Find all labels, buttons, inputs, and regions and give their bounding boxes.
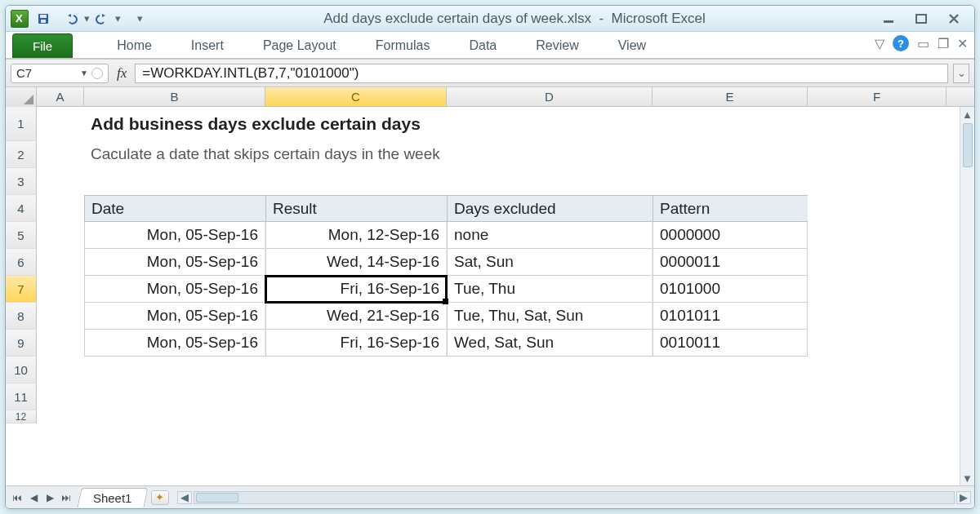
cell-C10[interactable] bbox=[265, 357, 447, 383]
cell-A10[interactable] bbox=[37, 357, 84, 383]
cell-C5[interactable]: Mon, 12-Sep-16 bbox=[265, 222, 447, 249]
redo-dropdown[interactable]: ▾ bbox=[114, 10, 122, 28]
cell-E7[interactable]: 0101000 bbox=[653, 276, 808, 303]
scroll-right-icon[interactable]: ▶ bbox=[956, 491, 971, 504]
cell-D11[interactable] bbox=[447, 383, 653, 410]
hscroll-thumb[interactable] bbox=[196, 493, 238, 503]
cell-F4[interactable] bbox=[808, 195, 947, 222]
hscroll-track[interactable] bbox=[194, 491, 955, 504]
vertical-scrollbar[interactable]: ▲ ▼ bbox=[960, 107, 974, 485]
row-header-1[interactable]: 1 bbox=[6, 107, 37, 141]
cell-C12[interactable] bbox=[265, 410, 447, 423]
cell-C6[interactable]: Wed, 14-Sep-16 bbox=[265, 249, 447, 276]
cell-B8[interactable]: Mon, 05-Sep-16 bbox=[84, 303, 265, 330]
row-header-6[interactable]: 6 bbox=[6, 249, 37, 276]
cell-B11[interactable] bbox=[84, 383, 265, 410]
cell-E3[interactable] bbox=[653, 168, 808, 195]
cell-D5[interactable]: none bbox=[447, 222, 653, 249]
cell-F11[interactable] bbox=[808, 383, 947, 410]
row-header-2[interactable]: 2 bbox=[6, 141, 37, 168]
cell-E11[interactable] bbox=[653, 383, 808, 410]
cell-D2[interactable] bbox=[447, 141, 653, 168]
row-header-3[interactable]: 3 bbox=[6, 168, 37, 195]
row-header-8[interactable]: 8 bbox=[6, 303, 37, 330]
cell-A7[interactable] bbox=[37, 276, 84, 303]
sheet-nav-next-icon[interactable]: ▶ bbox=[42, 490, 58, 505]
close-button[interactable] bbox=[945, 11, 963, 26]
cell-D12[interactable] bbox=[447, 410, 653, 423]
cell-A3[interactable] bbox=[37, 168, 84, 195]
tab-data[interactable]: Data bbox=[449, 33, 516, 58]
cell-E2[interactable] bbox=[653, 141, 808, 168]
new-sheet-button[interactable]: ✦ bbox=[151, 490, 169, 505]
cell-B3[interactable] bbox=[84, 168, 265, 195]
workbook-restore-icon[interactable]: ❐ bbox=[938, 36, 949, 51]
cell-D7[interactable]: Tue, Thu bbox=[447, 276, 653, 303]
save-button[interactable] bbox=[33, 10, 53, 28]
tab-pagelayout[interactable]: Page Layout bbox=[243, 33, 356, 58]
tab-review[interactable]: Review bbox=[516, 33, 598, 58]
name-box[interactable]: C7 ▼ bbox=[11, 64, 109, 83]
scroll-up-icon[interactable]: ▲ bbox=[960, 107, 974, 122]
file-tab[interactable]: File bbox=[12, 33, 73, 58]
cell-B7[interactable]: Mon, 05-Sep-16 bbox=[84, 276, 265, 303]
cell-F8[interactable] bbox=[808, 303, 947, 330]
cell-B9[interactable]: Mon, 05-Sep-16 bbox=[84, 330, 265, 357]
cell-B10[interactable] bbox=[84, 357, 265, 383]
cell-D9[interactable]: Wed, Sat, Sun bbox=[447, 330, 653, 357]
cell-A5[interactable] bbox=[37, 222, 84, 249]
scroll-left-icon[interactable]: ◀ bbox=[177, 491, 192, 504]
col-header-E[interactable]: E bbox=[653, 87, 808, 106]
cell-D10[interactable] bbox=[447, 357, 653, 383]
formula-bar[interactable]: =WORKDAY.INTL(B7,7,"0101000") bbox=[135, 64, 948, 83]
col-header-D[interactable]: D bbox=[447, 87, 653, 106]
cell-E5[interactable]: 0000000 bbox=[653, 222, 808, 249]
cell-F3[interactable] bbox=[808, 168, 947, 195]
workbook-minimize-icon[interactable]: ▭ bbox=[917, 36, 929, 51]
cell-D1[interactable] bbox=[447, 107, 653, 141]
cell-C2[interactable] bbox=[265, 141, 447, 168]
cell-A4[interactable] bbox=[37, 195, 84, 222]
qat-customize[interactable]: ▾ bbox=[130, 10, 149, 28]
cell-F10[interactable] bbox=[808, 357, 947, 383]
cell-F7[interactable] bbox=[808, 276, 947, 303]
col-header-F[interactable]: F bbox=[808, 87, 947, 106]
name-box-dropdown-icon[interactable]: ▼ bbox=[80, 69, 88, 78]
cell-E9[interactable]: 0010011 bbox=[653, 330, 808, 357]
excel-logo-icon[interactable] bbox=[11, 10, 29, 28]
row-header-4[interactable]: 4 bbox=[6, 195, 37, 222]
row-header-5[interactable]: 5 bbox=[6, 222, 37, 249]
tab-view[interactable]: View bbox=[599, 33, 666, 58]
formula-bar-expand[interactable]: ⌄ bbox=[953, 64, 969, 83]
cell-A12[interactable] bbox=[37, 410, 84, 423]
cell-D3[interactable] bbox=[447, 168, 653, 195]
cell-C3[interactable] bbox=[265, 168, 447, 195]
cell-F12[interactable] bbox=[808, 410, 947, 423]
cell-F1[interactable] bbox=[808, 107, 947, 141]
sheet-nav-first-icon[interactable]: ⏮ bbox=[9, 490, 25, 505]
tab-formulas[interactable]: Formulas bbox=[356, 33, 450, 58]
tab-home[interactable]: Home bbox=[97, 33, 172, 58]
row-header-10[interactable]: 10 bbox=[6, 357, 37, 383]
tab-insert[interactable]: Insert bbox=[172, 33, 243, 58]
minimize-button[interactable] bbox=[880, 11, 898, 26]
row-header-12[interactable]: 12 bbox=[6, 410, 37, 423]
cell-E6[interactable]: 0000011 bbox=[653, 249, 808, 276]
cell-C1[interactable] bbox=[265, 107, 447, 141]
row-header-7[interactable]: 7 bbox=[6, 276, 37, 303]
scroll-down-icon[interactable]: ▼ bbox=[960, 471, 974, 485]
col-header-B[interactable]: B bbox=[84, 87, 265, 106]
ribbon-minimize-chevron-icon[interactable]: ▽ bbox=[875, 36, 884, 51]
row-header-9[interactable]: 9 bbox=[6, 330, 37, 357]
select-all-corner[interactable] bbox=[6, 87, 37, 107]
cell-B5[interactable]: Mon, 05-Sep-16 bbox=[84, 222, 265, 249]
cell-B4[interactable]: Date bbox=[84, 195, 265, 222]
cell-F5[interactable] bbox=[808, 222, 947, 249]
cell-B1[interactable]: Add business days exclude certain days bbox=[84, 107, 265, 141]
cell-E10[interactable] bbox=[653, 357, 808, 383]
cell-A8[interactable] bbox=[37, 303, 84, 330]
cell-F9[interactable] bbox=[808, 330, 947, 357]
cell-D4[interactable]: Days excluded bbox=[447, 195, 653, 222]
row-header-11[interactable]: 11 bbox=[6, 383, 37, 410]
cell-A11[interactable] bbox=[37, 383, 84, 410]
